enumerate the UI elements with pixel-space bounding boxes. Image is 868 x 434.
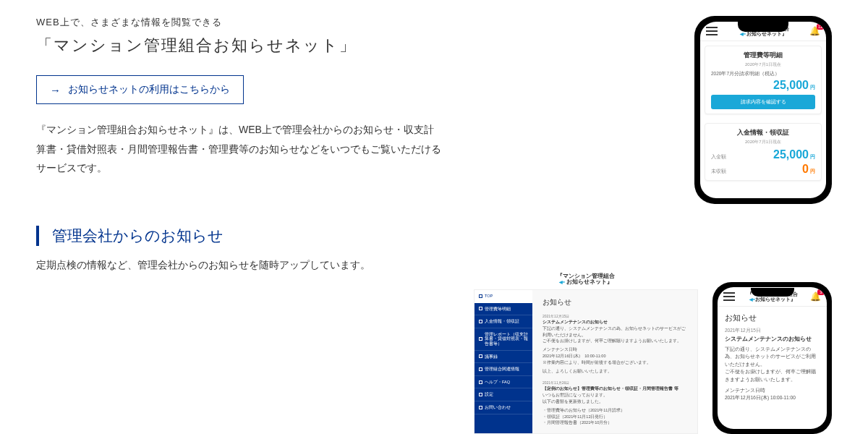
cta-label: お知らせネットの利用はこちらから bbox=[68, 83, 230, 96]
hamburger-icon bbox=[723, 292, 735, 301]
hamburger-icon bbox=[706, 27, 718, 35]
sidebar: TOP 管理費等明細 入金情報・領収証 管理レポート（収支計算書・貸借対照表・報… bbox=[475, 290, 532, 433]
arrow-right-icon: → bbox=[50, 84, 61, 96]
intro-title: 「マンション管理組合お知らせネット」 bbox=[36, 35, 665, 56]
section-description: 定期点検の情報など、管理会社からのお知らせを随時アップしています。 bbox=[36, 259, 832, 272]
phone2-heading: お知らせ bbox=[725, 312, 820, 323]
desktop-heading: お知らせ bbox=[542, 297, 687, 307]
intro-description: 『マンション管理組合お知らせネット』は、WEB上で管理会社からのお知らせ・収支計… bbox=[36, 120, 441, 178]
news-post: 2021年12月15日 システムメンテナンスのお知らせ 下記の通り、システムメン… bbox=[542, 313, 687, 374]
fee-card: 管理費等明細 2020年7月1日現在 2020年7月分請求明細（税込） 25,0… bbox=[705, 46, 822, 114]
section-heading: 管理会社からのお知らせ bbox=[36, 226, 832, 246]
bell-icon: 🔔12 bbox=[809, 26, 820, 36]
confirm-button: 請求内容を確認する bbox=[711, 95, 815, 109]
desktop-mockup: 『マンション管理組合 ◀━ お知らせネット』 TOP 管理費等明細 入金情報・領… bbox=[474, 273, 698, 434]
phone-mockup-2: 『マンション管理組合 ◀━ お知らせネット』 🔔3 お知らせ 2021年12月1… bbox=[712, 282, 832, 434]
bell-icon: 🔔3 bbox=[810, 292, 821, 302]
intro-subtitle: WEB上で、さまざまな情報を閲覧できる bbox=[36, 16, 665, 29]
payment-card: 入金情報・領収証 2020年7月1日現在 入金額25,000円 未収額0円 bbox=[705, 123, 822, 181]
cta-button[interactable]: → お知らせネットの利用はこちらから bbox=[36, 75, 244, 104]
news-post: 2021年11月26日 【定例のお知らせ】管理費等のお知らせ・領収証・月間管理報… bbox=[542, 380, 687, 426]
phone-mockup-1: 『マンション管理組合 ◀━ お知らせネット』 🔔12 管理費等明細 2020年7… bbox=[694, 16, 832, 204]
